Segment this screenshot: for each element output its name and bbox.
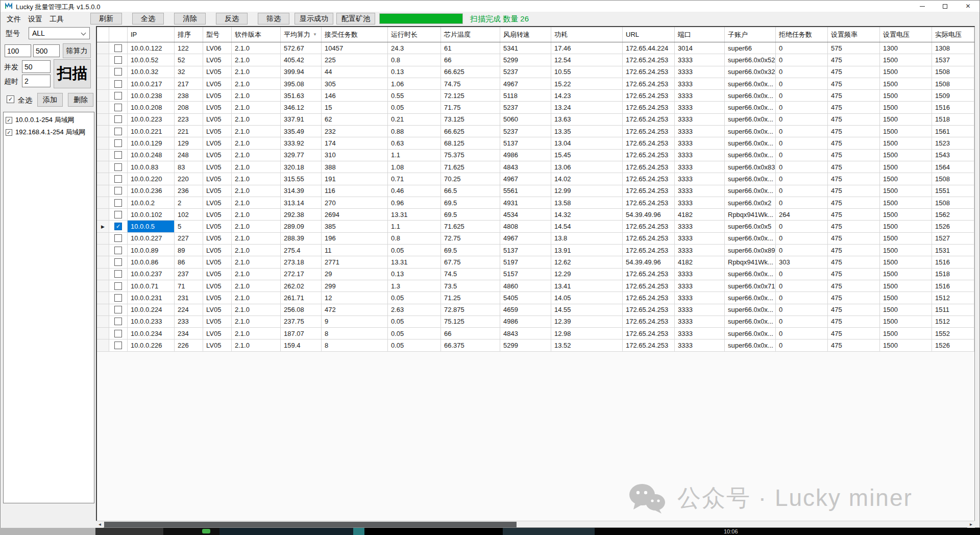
cell-子账户[interactable]: super66.0x0x... xyxy=(725,185,776,197)
cell-功耗[interactable]: 14.23 xyxy=(551,90,623,102)
cell-风扇转速[interactable]: 5341 xyxy=(500,42,551,54)
cell-风扇转速[interactable]: 5137 xyxy=(500,137,551,149)
cell-IP[interactable]: 10.0.0.223 xyxy=(128,114,175,126)
cell-URL[interactable]: 172.65.24.253 xyxy=(623,280,675,292)
cell-IP[interactable]: 10.0.0.224 xyxy=(128,304,175,316)
cell-平均算力[interactable]: 399.94 xyxy=(281,66,322,78)
cell-IP[interactable]: 10.0.0.52 xyxy=(128,54,175,66)
cell-软件版本[interactable]: 2.1.0 xyxy=(232,137,281,149)
cell-URL[interactable]: 172.65.24.253 xyxy=(623,185,675,197)
cell-URL[interactable]: 172.65.24.253 xyxy=(623,114,675,126)
cell-设置频率[interactable]: 475 xyxy=(828,339,880,351)
cell-平均算力[interactable]: 262.02 xyxy=(281,280,322,292)
cell-接受任务数[interactable]: 15 xyxy=(322,102,388,113)
cell-设置电压[interactable]: 1500 xyxy=(880,66,932,78)
row-checkbox-cell[interactable] xyxy=(109,292,128,304)
cell-IP[interactable]: 10.0.0.71 xyxy=(128,280,175,292)
cell-实际电压[interactable]: 1511 xyxy=(932,304,974,316)
row-checkbox[interactable] xyxy=(114,282,122,290)
cell-型号[interactable]: LV05 xyxy=(203,221,232,232)
cell-功耗[interactable]: 10.55 xyxy=(551,66,623,78)
table-row[interactable]: 10.0.0.236236LV052.1.0314.391160.4666.55… xyxy=(97,185,974,197)
cell-拒绝任务数[interactable]: 264 xyxy=(776,209,828,221)
cell-功耗[interactable]: 13.58 xyxy=(551,197,623,209)
row-checkbox-cell[interactable] xyxy=(109,114,128,126)
cell-软件版本[interactable]: 2.1.0 xyxy=(232,66,281,78)
cell-子账户[interactable]: super66.0x0x... xyxy=(725,126,776,137)
cell-风扇转速[interactable]: 5561 xyxy=(500,185,551,197)
cell-实际电压[interactable]: 1508 xyxy=(932,78,974,90)
cell-软件版本[interactable]: 2.1.0 xyxy=(232,126,281,137)
cell-URL[interactable]: 172.65.24.253 xyxy=(623,316,675,328)
column-header-12[interactable]: 端口 xyxy=(675,27,725,42)
cell-实际电压[interactable]: 1523 xyxy=(932,137,974,149)
cell-排序[interactable]: 224 xyxy=(175,304,203,316)
cell-芯片温度[interactable]: 66.625 xyxy=(441,66,500,78)
row-checkbox[interactable] xyxy=(114,139,122,147)
row-checkbox-cell[interactable] xyxy=(109,328,128,339)
row-checkbox[interactable] xyxy=(114,68,122,76)
row-checkbox-cell[interactable] xyxy=(109,233,128,245)
cell-排序[interactable]: 129 xyxy=(175,137,203,149)
cell-设置频率[interactable]: 475 xyxy=(828,161,880,173)
table-row[interactable]: 10.0.0.223223LV052.1.0337.91620.2173.125… xyxy=(97,114,974,126)
cell-设置频率[interactable]: 475 xyxy=(828,328,880,339)
row-checkbox[interactable] xyxy=(114,163,122,171)
cell-功耗[interactable]: 13.8 xyxy=(551,233,623,245)
cell-设置电压[interactable]: 1500 xyxy=(880,102,932,113)
network-checkbox[interactable]: ✓ xyxy=(6,129,12,136)
cell-URL[interactable]: 172.65.24.253 xyxy=(623,221,675,232)
column-header-4[interactable]: 软件版本 xyxy=(232,27,281,42)
cell-IP[interactable]: 10.0.0.83 xyxy=(128,161,175,173)
cell-URL[interactable]: 54.39.49.96 xyxy=(623,256,675,268)
cell-功耗[interactable]: 15.45 xyxy=(551,150,623,161)
horizontal-scrollbar[interactable]: ◄ ► xyxy=(96,521,975,527)
cell-实际电压[interactable]: 1537 xyxy=(932,54,974,66)
cell-设置电压[interactable]: 1500 xyxy=(880,245,932,256)
cell-平均算力[interactable]: 289.09 xyxy=(281,221,322,232)
cell-排序[interactable]: 221 xyxy=(175,126,203,137)
row-header-cell[interactable] xyxy=(97,304,109,316)
cell-子账户[interactable]: super66.0x0x71 xyxy=(725,280,776,292)
cell-软件版本[interactable]: 2.1.0 xyxy=(232,114,281,126)
cell-芯片温度[interactable]: 69.5 xyxy=(441,209,500,221)
row-checkbox[interactable] xyxy=(114,115,122,123)
cell-运行时长[interactable]: 0.05 xyxy=(388,245,441,256)
cell-实际电压[interactable]: 1552 xyxy=(932,328,974,339)
cell-设置电压[interactable]: 1300 xyxy=(880,42,932,54)
cell-子账户[interactable]: super66.0x0x89 xyxy=(725,245,776,256)
cell-型号[interactable]: LV05 xyxy=(203,339,232,351)
cell-运行时长[interactable]: 0.55 xyxy=(388,90,441,102)
row-checkbox[interactable] xyxy=(114,151,122,159)
cell-端口[interactable]: 3333 xyxy=(675,66,725,78)
cell-子账户[interactable]: super66.0x0x... xyxy=(725,304,776,316)
row-header-cell[interactable] xyxy=(97,339,109,351)
cell-型号[interactable]: LV05 xyxy=(203,245,232,256)
cell-拒绝任务数[interactable]: 0 xyxy=(776,269,828,280)
cell-功耗[interactable]: 15.22 xyxy=(551,78,623,90)
add-network-button[interactable]: 添加 xyxy=(37,93,63,107)
cell-平均算力[interactable]: 333.92 xyxy=(281,137,322,149)
cell-实际电压[interactable]: 1543 xyxy=(932,150,974,161)
cell-风扇转速[interactable]: 5237 xyxy=(500,66,551,78)
cell-平均算力[interactable]: 351.63 xyxy=(281,90,322,102)
cell-IP[interactable]: 10.0.0.32 xyxy=(128,66,175,78)
cell-端口[interactable]: 3333 xyxy=(675,197,725,209)
cell-运行时长[interactable]: 0.8 xyxy=(388,233,441,245)
cell-排序[interactable]: 248 xyxy=(175,150,203,161)
cell-芯片温度[interactable]: 66.375 xyxy=(441,339,500,351)
cell-功耗[interactable]: 14.02 xyxy=(551,173,623,185)
cell-型号[interactable]: LV05 xyxy=(203,280,232,292)
cell-实际电压[interactable]: 1518 xyxy=(932,114,974,126)
row-checkbox-cell[interactable]: ✓ xyxy=(109,221,128,232)
cell-设置频率[interactable]: 475 xyxy=(828,280,880,292)
row-header-cell[interactable] xyxy=(97,245,109,256)
cell-端口[interactable]: 3333 xyxy=(675,90,725,102)
cell-端口[interactable]: 3333 xyxy=(675,280,725,292)
table-row[interactable]: 10.0.0.7171LV052.1.0262.022991.373.54860… xyxy=(97,280,974,292)
cell-IP[interactable]: 10.0.0.233 xyxy=(128,316,175,328)
row-checkbox[interactable] xyxy=(114,199,122,207)
row-checkbox[interactable] xyxy=(114,258,122,266)
cell-风扇转速[interactable]: 4986 xyxy=(500,316,551,328)
cell-接受任务数[interactable]: 305 xyxy=(322,78,388,90)
